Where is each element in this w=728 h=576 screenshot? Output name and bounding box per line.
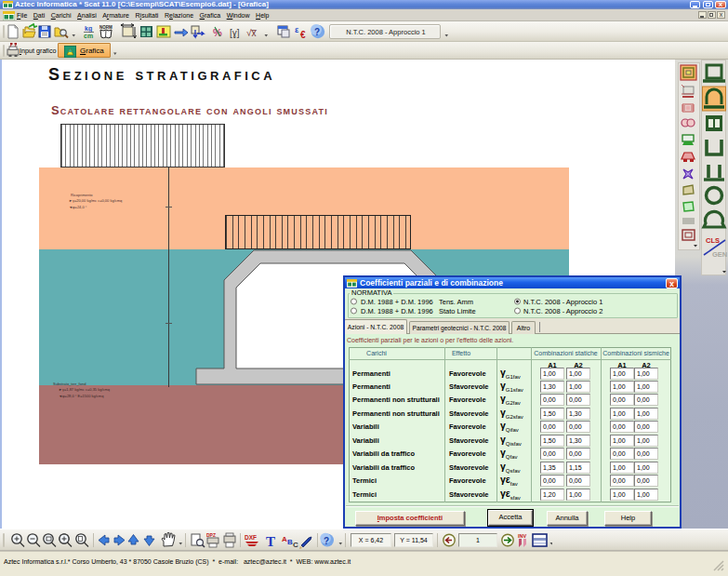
svg-text:kg: kg (85, 25, 92, 33)
svg-text:DPZ: DPZ (206, 532, 216, 538)
svg-text:?: ? (324, 536, 329, 546)
svg-text:INV: INV (518, 533, 527, 539)
svg-text:DXF: DXF (245, 534, 257, 541)
svg-text:[ɣ]: [ɣ] (230, 28, 240, 38)
svg-text:GEN: GEN (712, 250, 727, 259)
svg-text:cm: cm (84, 33, 93, 39)
svg-text:€: € (300, 30, 306, 40)
svg-text:?: ? (314, 27, 320, 37)
svg-text:CLS: CLS (706, 236, 720, 245)
svg-text:T: T (266, 534, 275, 549)
svg-text:√x̅: √x̅ (246, 28, 257, 38)
svg-text:C: C (293, 541, 298, 549)
svg-text:NORM: NORM (99, 25, 113, 30)
svg-text:ε: ε (295, 25, 299, 34)
